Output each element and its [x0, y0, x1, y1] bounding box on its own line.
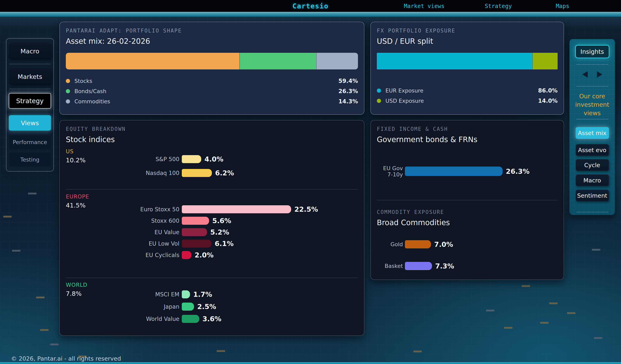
view-button-asset-evo[interactable]: Asset evo [576, 144, 609, 156]
section-divider [66, 189, 358, 190]
texture-dash [28, 193, 36, 194]
bar-row: S&P 500 4.0% [66, 155, 358, 163]
nav-maps[interactable]: Maps [556, 3, 569, 9]
view-button-label: Asset evo [578, 147, 606, 154]
card-kicker: FIXED INCOME & CASH [377, 126, 558, 132]
legend-row: Bonds/Cash 26.3% [66, 88, 358, 94]
legend-label: Bonds/Cash [74, 88, 106, 94]
section-info: WORLD 7.8% [66, 282, 87, 297]
eu-gov-bar [405, 167, 503, 176]
panel-divider [576, 64, 608, 65]
texture-dash [504, 327, 513, 329]
sidebar-item-label: Strategy [16, 97, 44, 105]
sidebar-divider [9, 64, 51, 64]
nav-strategy[interactable]: Strategy [485, 3, 512, 9]
sidebar-item-strategy[interactable]: Strategy [9, 93, 51, 108]
view-button-sentiment[interactable]: Sentiment [576, 190, 609, 201]
sidebar-item-markets[interactable]: Markets [9, 69, 51, 85]
europe-bars: Euro Stoxx 50 22.5% Stoxx 600 5.6% EU Va… [66, 193, 358, 259]
section-name: WORLD [66, 282, 87, 288]
bar-label: EU Low Vol [66, 240, 182, 247]
asset-mix-card: PANTARAI ADAPT: PORTFOLIO SHAPE Asset mi… [59, 22, 364, 115]
nav-market-views[interactable]: Market views [404, 3, 444, 9]
bar-row: Basket 7.3% [377, 262, 558, 270]
texture-dash [486, 310, 494, 312]
card-kicker: COMMODITY EXPOSURE [377, 209, 558, 215]
panel-divider [576, 119, 608, 119]
arrow-left-icon[interactable] [582, 71, 588, 78]
panel-divider [576, 212, 608, 212]
eu-value-bar [182, 228, 207, 236]
sidebar-item-performance[interactable]: Performance [9, 135, 51, 149]
view-button-macro[interactable]: Macro [576, 174, 609, 186]
view-button-label: Cycle [584, 162, 600, 169]
legend-value: 26.3% [339, 88, 358, 94]
sidebar-item-macro[interactable]: Macro [9, 43, 51, 59]
texture-dash [217, 350, 225, 352]
stocks-segment [66, 53, 239, 69]
sidebar-item-views[interactable]: Views [9, 115, 51, 131]
bar-row: World Value 3.6% [66, 315, 358, 323]
insights-button[interactable]: Insights [575, 45, 609, 58]
bottom-accent-strip [0, 362, 621, 364]
sidebar-item-label: Macro [20, 48, 39, 55]
view-button-label: Macro [584, 177, 601, 184]
texture-dash [594, 337, 602, 339]
legend-row: USD Exposure 14.0% [377, 97, 558, 104]
section-divider [377, 200, 558, 200]
sidebar-divider [9, 89, 51, 89]
bar-value: 7.0% [434, 240, 453, 248]
texture-dash [549, 302, 558, 304]
section-total: 10.2% [66, 156, 86, 164]
section-info: US 10.2% [66, 148, 86, 164]
bar-label: EU Value [66, 229, 182, 236]
view-button-asset-mix[interactable]: Asset mix [576, 127, 609, 139]
bar-label: World Value [66, 316, 182, 322]
view-button-label: Asset mix [578, 130, 606, 137]
insights-label: Insights [581, 48, 604, 55]
bar-value: 7.3% [435, 262, 454, 270]
bar-label: Stoxx 600 [66, 218, 182, 224]
card-title: Stock indices [66, 135, 358, 144]
stoxx-600-bar [182, 217, 209, 225]
texture-dash [567, 312, 575, 314]
asset-mix-legend: Stocks 59.4% Bonds/Cash 26.3% Commoditie… [66, 77, 358, 105]
fx-legend: EUR Exposure 86.0% USD Exposure 14.0% [377, 87, 558, 104]
section-name: US [66, 148, 86, 155]
bar-row: Euro Stoxx 50 22.5% [66, 205, 358, 213]
legend-value: 59.4% [339, 78, 358, 84]
legend-row: EUR Exposure 86.0% [377, 87, 558, 94]
bar-value: 5.2% [210, 228, 229, 236]
bar-value: 1.7% [193, 290, 212, 298]
app-logo[interactable]: Cartesio [293, 2, 329, 10]
bar-row: EU Gov 7-10y 26.3% [377, 167, 558, 176]
bar-value: 22.5% [294, 205, 318, 213]
bar-row: Stoxx 600 5.6% [66, 217, 358, 225]
sidebar-item-testing[interactable]: Testing [9, 153, 51, 167]
sidebar-item-label: Markets [18, 73, 42, 80]
card-kicker: PANTARAI ADAPT: PORTFOLIO SHAPE [66, 28, 358, 34]
legend-row: Stocks 59.4% [66, 77, 358, 84]
arrow-right-icon[interactable] [597, 71, 602, 78]
right-sidebar: Insights Our core investment views Asset… [569, 39, 615, 215]
header-accent-strip [0, 12, 621, 17]
page-root: Cartesio Market views Strategy Maps Macr… [0, 0, 621, 364]
bar-row: Gold 7.0% [377, 240, 558, 248]
usd-dot-icon [377, 99, 381, 103]
legend-value: 14.0% [538, 98, 558, 104]
bar-label: EU Gov 7-10y [377, 165, 405, 178]
card-title: Government bonds & FRNs [377, 135, 558, 144]
us-bars: S&P 500 4.0% Nasdaq 100 6.2% [66, 148, 358, 177]
world-value-bar [182, 315, 199, 323]
section-divider [66, 278, 358, 278]
sidebar-item-label: Views [21, 119, 39, 127]
texture-dash [522, 285, 530, 287]
view-button-cycle[interactable]: Cycle [576, 159, 609, 171]
section-info: EUROPE 41.5% [66, 193, 89, 209]
stocks-dot-icon [66, 79, 70, 83]
card-title: Broad Commodities [377, 218, 558, 227]
bar-value: 2.0% [195, 251, 213, 259]
section-total: 41.5% [66, 202, 89, 209]
usd-segment [532, 53, 558, 69]
bar-value: 26.3% [506, 167, 530, 175]
